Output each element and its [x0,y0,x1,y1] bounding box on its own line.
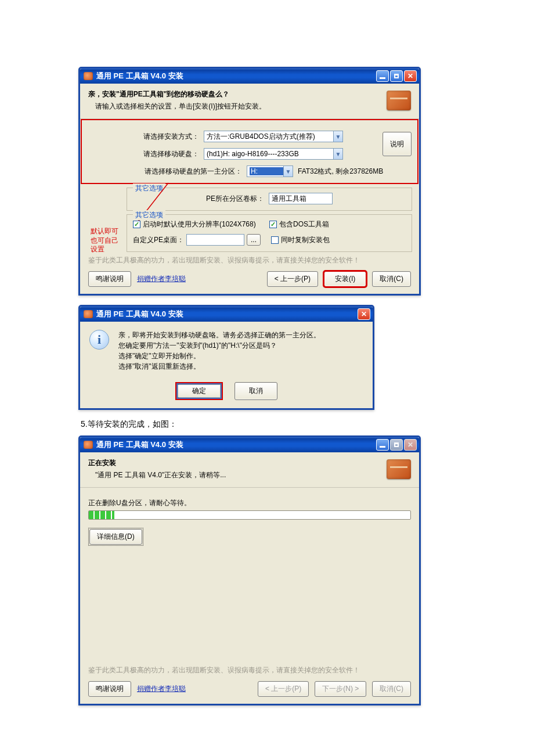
app-icon [84,310,93,318]
chevron-down-icon: ▼ [333,149,342,159]
titlebar[interactable]: 通用 PE 工具箱 V4.0 安装 ✕ [80,307,373,322]
donate-link[interactable]: 捐赠作者李培聪 [137,274,186,284]
desktop-path-input[interactable] [186,234,244,246]
chevron-down-icon: ▼ [333,131,342,142]
previous-button[interactable]: < 上一步(P) [267,271,318,287]
toolbox-icon [387,459,411,479]
donate-link[interactable]: 捐赠作者李培聪 [137,684,186,694]
disk-value: (hd1)H: aigo-H8169----233GB [207,150,333,158]
volume-label-text: PE所在分区卷标： [206,194,264,204]
app-icon [84,441,93,449]
volume-label-input[interactable] [269,193,333,204]
ok-highlight: 确定 [175,382,223,400]
browse-button[interactable]: ... [247,234,261,246]
disk-combo[interactable]: (hd1)H: aigo-H8169----233GB ▼ [204,148,343,160]
annotation-text: 默认即可 也可自己 设置 [91,227,118,254]
dialog-message: 亲，即将开始安装到移动硬盘咯。请务必选择正确的第一主分区。 您确定要用"方法一"… [118,330,320,372]
highlighted-settings-area: 请选择安装方式： 方法一:GRUB4DOS启动方式(推荐) ▼ 请选择移动硬盘：… [81,119,418,184]
install-method-value: 方法一:GRUB4DOS启动方式(推荐) [207,132,333,142]
other-options-group-1: 其它选项 PE所在分区卷标： [127,188,412,211]
progress-status-text: 正在删除U盘分区，请耐心等待。 [88,488,411,508]
partition-label: 请选择移动硬盘的第一主分区： [88,167,247,177]
dos-checkbox[interactable]: ✓ 包含DOS工具箱 [269,219,329,229]
copy-package-checkbox[interactable]: 同时复制安装包 [271,235,330,245]
progress-subtitle: "通用 PE 工具箱 V4.0"正在安装，请稍等... [88,470,387,480]
msg-line: 选择"取消"返回重新选择。 [118,361,320,372]
cancel-button[interactable]: 取消 [234,382,277,400]
progress-footer: 鸣谢说明 捐赠作者李培聪 < 上一步(P) 下一步(N) > 取消(C) [80,679,419,704]
progress-header: 正在安装 "通用 PE 工具箱 V4.0"正在安装，请稍等... [80,452,419,488]
previous-button-disabled: < 上一步(P) [258,681,309,697]
other-options-group-2: 其它选项 ✓ 启动时默认使用大分辨率(1024X768) ✓ 包含DOS工具箱 … [127,214,412,252]
msg-line: 亲，即将开始安装到移动硬盘咯。请务必选择正确的第一主分区。 [118,330,320,340]
app-icon [84,72,93,80]
install-method-label: 请选择安装方式： [88,132,204,142]
partition-value: H: [250,167,283,175]
ok-button[interactable]: 确定 [178,384,221,398]
step-caption: 5.等待安装的完成，如图： [81,419,534,430]
close-button[interactable]: ✕ [358,308,370,320]
resolution-checkbox-label: 启动时默认使用大分辨率(1024X768) [143,219,256,229]
msg-line: 您确定要用"方法一"安装到"(hd1)"的"H:\"分区是吗？ [118,340,320,351]
security-warning-text: 鉴于此类工具极高的功力，若出现阻断安装、误报病毒提示，请直接关掉您的安全软件！ [88,255,411,265]
partition-combo[interactable]: H: ▼ [247,165,293,177]
titlebar[interactable]: 通用 PE 工具箱 V4.0 安装 ✕ [80,437,419,452]
check-icon: ✓ [133,221,140,228]
toolbox-icon [387,91,411,110]
cancel-button[interactable]: 取消(C) [372,271,411,287]
minimize-button[interactable] [376,70,389,82]
wizard-header: 亲，安装"通用PE工具箱"到您的移动硬盘么？ 请输入或选择相关的设置，单击[安装… [80,84,419,119]
security-warning-text: 鉴于此类工具极高的功力，若出现阻断安装、误报病毒提示，请直接关掉您的安全软件！ [88,665,411,675]
progress-fill [89,511,114,519]
explain-button[interactable]: 说明 [383,132,412,156]
install-button[interactable]: 安装(I) [324,271,366,287]
disk-label: 请选择移动硬盘： [88,149,204,159]
maximize-button [390,439,403,451]
header-subtitle: 请输入或选择相关的设置，单击[安装(I)]按钮开始安装。 [88,102,387,111]
wizard-footer: 鸣谢说明 捐赠作者李培聪 < 上一步(P) 安装(I) 取消(C) [80,269,419,294]
check-icon [271,236,279,244]
info-icon: i [89,330,109,350]
thanks-button[interactable]: 鸣谢说明 [88,271,131,287]
desktop-label: 自定义PE桌面： [133,235,184,245]
window-title: 通用 PE 工具箱 V4.0 安装 [96,71,183,81]
thanks-button[interactable]: 鸣谢说明 [88,681,131,697]
close-button[interactable]: ✕ [404,70,417,82]
details-button[interactable]: 详细信息(D) [89,529,142,545]
progress-window: 通用 PE 工具箱 V4.0 安装 ✕ 正在安装 "通用 PE 工具箱 V4.0… [78,435,421,705]
install-wizard-window: 通用 PE 工具箱 V4.0 安装 ✕ 亲，安装"通用PE工具箱"到您的移动硬盘… [78,67,421,296]
close-button-disabled: ✕ [404,439,417,451]
confirm-dialog-window: 通用 PE 工具箱 V4.0 安装 ✕ i 亲，即将开始安装到移动硬盘咯。请务必… [78,305,374,410]
progress-title: 正在安装 [88,458,387,468]
maximize-button[interactable] [390,70,403,82]
progress-bar [88,510,411,520]
cancel-button-disabled: 取消(C) [372,681,411,697]
group-legend-2: 其它选项 [133,210,165,220]
dos-checkbox-label: 包含DOS工具箱 [279,219,329,229]
resolution-checkbox[interactable]: ✓ 启动时默认使用大分辨率(1024X768) [133,219,256,229]
header-title: 亲，安装"通用PE工具箱"到您的移动硬盘么？ [88,89,387,99]
window-title: 通用 PE 工具箱 V4.0 安装 [96,309,183,319]
msg-line: 选择"确定"立即开始制作。 [118,351,320,361]
install-method-combo[interactable]: 方法一:GRUB4DOS启动方式(推荐) ▼ [204,131,343,142]
titlebar[interactable]: 通用 PE 工具箱 V4.0 安装 ✕ [80,69,419,84]
check-icon: ✓ [269,221,277,228]
partition-info: FAT32格式, 剩余237826MB [298,167,383,177]
window-title: 通用 PE 工具箱 V4.0 安装 [96,440,183,450]
group-legend-1: 其它选项 [133,183,165,193]
minimize-button[interactable] [376,439,389,451]
copy-package-checkbox-label: 同时复制安装包 [281,235,330,245]
chevron-down-icon: ▼ [283,166,293,177]
next-button-disabled: 下一步(N) > [315,681,366,697]
